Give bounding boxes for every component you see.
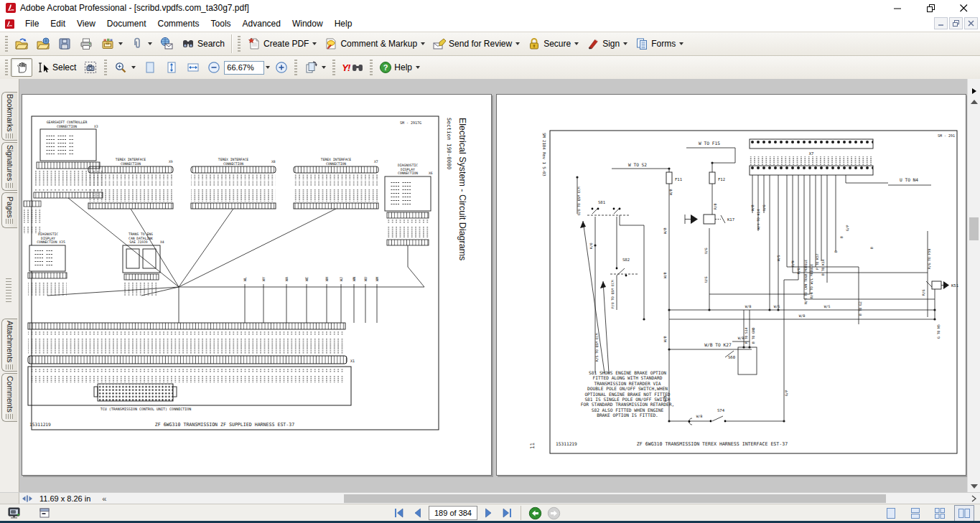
toolbar-grip[interactable] xyxy=(5,36,8,52)
toolbar-grip[interactable] xyxy=(294,60,297,75)
open-button[interactable] xyxy=(11,34,32,53)
print-button[interactable] xyxy=(75,34,97,53)
vertical-scroll-thumb[interactable] xyxy=(969,217,979,240)
secure-label: Secure xyxy=(543,39,571,49)
page-display-button[interactable] xyxy=(300,58,330,77)
menu-document[interactable]: Document xyxy=(101,17,152,31)
save-button[interactable] xyxy=(54,34,75,53)
hand-tool-button[interactable] xyxy=(11,58,32,77)
zoom-out-button[interactable] xyxy=(204,59,224,76)
create-pdf-button[interactable]: Create PDF xyxy=(243,34,320,53)
fit-page-button[interactable] xyxy=(161,58,182,77)
svg-text:G TO N5: G TO N5 xyxy=(937,324,941,339)
toolbar-expand-button[interactable] xyxy=(968,85,980,96)
close-button[interactable] xyxy=(947,0,980,16)
restore-button[interactable] xyxy=(914,0,947,16)
toolbar-grip[interactable] xyxy=(238,36,241,52)
next-view-button[interactable] xyxy=(546,506,561,520)
svg-text:B: B xyxy=(840,236,844,238)
svg-text:W/B: W/B xyxy=(799,314,806,318)
select-tool-button[interactable]: Select xyxy=(32,58,80,77)
yahoo-search-button[interactable]: Y! xyxy=(338,60,367,75)
tab-comments[interactable]: Comments xyxy=(1,373,17,422)
zoom-in-button[interactable] xyxy=(271,59,291,76)
next-page-button[interactable] xyxy=(480,506,496,520)
can-datalink-connector-x4: TRANS TO ENG CAN DATALINK SAE J1939 X4 xyxy=(123,232,164,296)
pdf-page-left[interactable]: SM - 2917G Electrical System - Circuit D… xyxy=(22,94,492,476)
pdf-page-right[interactable]: SM - 291 SM 2184 Rev 1 5-03 11 X7 xyxy=(496,94,966,476)
horizontal-scroll-track[interactable] xyxy=(111,493,968,504)
tab-pages[interactable]: Pages xyxy=(1,192,17,228)
svg-text:W/B: W/B xyxy=(745,305,752,308)
fullscreen-monitor-icon[interactable] xyxy=(7,506,22,520)
menu-comments[interactable]: Comments xyxy=(152,17,205,31)
note-arrows xyxy=(580,221,606,288)
menu-help[interactable]: Help xyxy=(329,17,358,31)
doc-restore-button[interactable] xyxy=(949,17,963,29)
document-canvas[interactable]: SM - 2917G Electrical System - Circuit D… xyxy=(19,79,967,492)
horizontal-scroll-thumb[interactable] xyxy=(344,494,886,503)
doc-minimize-button[interactable] xyxy=(934,17,948,29)
facing-layout-button[interactable] xyxy=(954,505,974,522)
sign-button[interactable]: Sign xyxy=(582,34,631,53)
search-button[interactable]: Search xyxy=(177,34,228,53)
tab-signatures[interactable]: Signatures xyxy=(1,142,17,191)
pane-splitter-icon[interactable] xyxy=(19,494,35,503)
previous-page-button[interactable] xyxy=(410,506,426,520)
page-number-input[interactable] xyxy=(429,506,477,520)
snapshot-tool-button[interactable] xyxy=(80,58,101,77)
zoom-tool-button[interactable] xyxy=(110,58,139,77)
svg-text:TCU (TRANSMISSION CONTROL UNIT: TCU (TRANSMISSION CONTROL UNIT) CONNECTI… xyxy=(101,407,191,411)
menu-tools[interactable]: Tools xyxy=(205,17,237,31)
fit-width-button[interactable] xyxy=(182,58,204,77)
paperclip-icon xyxy=(130,37,144,51)
help-button[interactable]: ?Help xyxy=(375,59,424,76)
terex-interface-connectors: TEREX INTERFACE CONNECTION X9 TEREX INTE… xyxy=(88,158,378,209)
left-edge-connector xyxy=(24,201,41,233)
menu-file[interactable]: File xyxy=(19,17,45,31)
vertical-scrollbar[interactable] xyxy=(967,79,980,492)
previous-view-button[interactable] xyxy=(527,506,543,520)
menu-advanced[interactable]: Advanced xyxy=(237,17,286,31)
send-for-review-button[interactable]: Send for Review xyxy=(429,34,523,53)
svg-text:15311219: 15311219 xyxy=(556,441,577,446)
tab-bookmarks[interactable]: Bookmarks xyxy=(1,92,17,141)
menu-window[interactable]: Window xyxy=(286,17,329,31)
first-page-button[interactable] xyxy=(391,506,407,520)
menu-view[interactable]: View xyxy=(71,17,101,31)
forms-button[interactable]: Forms xyxy=(631,34,687,53)
attach-button[interactable] xyxy=(126,34,156,53)
comment-markup-button[interactable]: Comment & Markup xyxy=(320,34,429,53)
toolbar-grip[interactable] xyxy=(5,60,8,75)
scroll-right-arrow[interactable] xyxy=(968,493,980,504)
zoom-level-dropdown-arrow[interactable] xyxy=(266,66,270,69)
doc-close-button[interactable] xyxy=(964,17,978,29)
pen-icon xyxy=(586,37,600,51)
open-web-button[interactable] xyxy=(32,34,54,53)
toolbar-grip[interactable] xyxy=(104,60,107,75)
menu-edit[interactable]: Edit xyxy=(45,17,71,31)
rail-drag-handle[interactable] xyxy=(6,278,11,303)
scroll-up-arrow[interactable] xyxy=(968,96,980,107)
svg-text:11: 11 xyxy=(529,443,536,449)
single-page-layout-button[interactable] xyxy=(881,505,901,522)
toolbar-grip[interactable] xyxy=(370,60,373,75)
tab-attachments[interactable]: Attachments xyxy=(1,319,17,372)
toolbar-grip[interactable] xyxy=(332,60,335,75)
svg-text:TEREX INTERFACE: TEREX INTERFACE xyxy=(321,158,352,161)
collapse-indicator-button[interactable]: « xyxy=(98,494,111,503)
minimize-button[interactable] xyxy=(881,0,914,16)
continuous-layout-button[interactable] xyxy=(905,505,925,522)
actual-size-button[interactable] xyxy=(139,58,161,77)
last-page-button[interactable] xyxy=(499,506,515,520)
left-page-side-titles: Electrical System - Circuit Diagrams Sec… xyxy=(446,118,467,260)
page-view-icon[interactable] xyxy=(38,506,51,519)
svg-text:S81 SHOWS ENGINE BRAKE OPTION: S81 SHOWS ENGINE BRAKE OPTION xyxy=(589,370,666,375)
continuous-facing-layout-button[interactable] xyxy=(930,505,950,522)
email-button[interactable] xyxy=(156,34,177,53)
organizer-button[interactable] xyxy=(97,34,126,53)
zoom-level-input[interactable] xyxy=(224,61,264,75)
scroll-down-arrow[interactable] xyxy=(968,481,980,491)
secure-button[interactable]: Secure xyxy=(523,34,582,53)
fuse-f11: F11 xyxy=(666,172,682,184)
